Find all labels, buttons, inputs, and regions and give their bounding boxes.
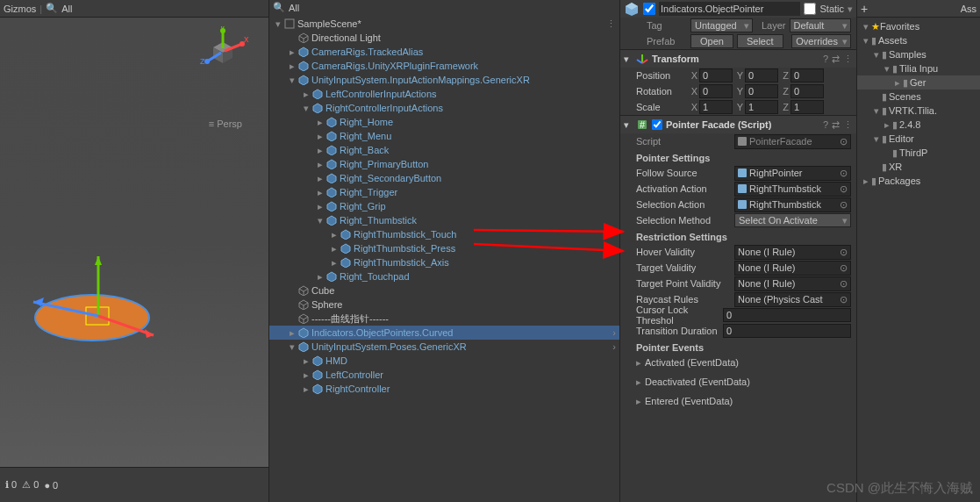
hierarchy-item[interactable]: ▸HMD xyxy=(269,354,619,368)
foldout-icon[interactable]: ▸ xyxy=(301,355,311,367)
hierarchy-item[interactable]: ▸RightThumbstick_Axis xyxy=(269,255,619,269)
foldout-icon[interactable]: ▸ xyxy=(315,145,325,156)
project-item[interactable]: ▾▮Samples xyxy=(857,47,980,61)
preset-icon[interactable]: ⇄ xyxy=(832,54,840,65)
transition-duration-field[interactable] xyxy=(723,324,851,338)
foldout-icon[interactable]: ▾ xyxy=(871,105,882,117)
project-item[interactable]: ▾▮Assets xyxy=(857,33,980,47)
picker-icon[interactable]: ⊙ xyxy=(840,199,848,211)
hierarchy-item[interactable]: ▾UnityInputSystem.Poses.GenericXR› xyxy=(269,340,619,354)
hierarchy-item[interactable]: ▾Right_Thumbstick xyxy=(269,213,619,227)
scl-z-field[interactable] xyxy=(790,100,824,114)
search-icon[interactable]: 🔍 xyxy=(273,2,285,13)
scene-canvas[interactable]: y x z ≡ Persp xyxy=(0,18,268,467)
search-icon[interactable]: 🔍 xyxy=(46,3,58,14)
raycast-rules-field[interactable]: None (Physics Cast⊙ xyxy=(734,292,851,307)
scl-x-field[interactable] xyxy=(699,100,733,114)
picker-icon[interactable]: ⊙ xyxy=(840,262,848,274)
hierarchy-item[interactable]: ▸Right_Back xyxy=(269,143,619,157)
hierarchy-item[interactable]: ▸LeftControllerInputActions xyxy=(269,87,619,101)
hierarchy-item[interactable]: ▸LeftController xyxy=(269,368,619,382)
foldout-icon[interactable]: ▾ xyxy=(882,63,892,75)
context-icon[interactable]: ⋮ xyxy=(606,18,616,30)
event-activated[interactable]: ▸Activated (EventData) xyxy=(620,355,856,370)
scene-view[interactable]: Gizmos | 🔍 All y x z ≡ Persp ℹ 0 ⚠ 0 ● 0 xyxy=(0,0,269,502)
hierarchy-item[interactable]: ▾UnityInputSystem.InputActionMappings.Ge… xyxy=(269,73,619,87)
project-item[interactable]: ▾▮VRTK.Tilia. xyxy=(857,104,980,118)
hierarchy-item[interactable]: ▸Right_Grip xyxy=(269,199,619,213)
menu-icon[interactable]: ⋮ xyxy=(843,119,853,131)
hierarchy-item[interactable]: ▸Right_Home xyxy=(269,115,619,129)
project-item[interactable]: ▮XR xyxy=(857,160,980,174)
foldout-icon[interactable]: ▾ xyxy=(871,133,882,145)
pos-x-field[interactable] xyxy=(699,68,733,82)
picker-icon[interactable]: ⊙ xyxy=(840,247,848,258)
overrides-dropdown[interactable]: Overrides xyxy=(791,34,851,48)
favorites-row[interactable]: ▾★ Favorites xyxy=(857,19,980,33)
tag-dropdown[interactable]: Untagged xyxy=(690,18,753,32)
open-prefab-icon[interactable]: › xyxy=(612,327,616,338)
follow-source-field[interactable]: RightPointer⊙ xyxy=(734,166,851,181)
hierarchy-item[interactable]: ▸Right_PrimaryButton xyxy=(269,157,619,171)
cursor-threshold-field[interactable] xyxy=(723,308,851,322)
selected-object-gizmo[interactable] xyxy=(18,256,175,344)
tab-label[interactable]: Ass xyxy=(961,4,976,14)
hierarchy-item[interactable]: ▾RightControllerInputActions xyxy=(269,101,619,115)
target-point-validity-field[interactable]: None (I Rule)⊙ xyxy=(734,276,851,291)
foldout-icon[interactable]: ▸ xyxy=(315,131,325,142)
rot-x-field[interactable] xyxy=(699,84,733,98)
foldout-icon[interactable]: ▸ xyxy=(287,327,297,339)
menu-icon[interactable]: ⋮ xyxy=(843,54,853,65)
activation-action-field[interactable]: RightThumbstick⊙ xyxy=(734,182,851,197)
foldout-icon[interactable]: ▸ xyxy=(301,89,311,100)
event-deactivated[interactable]: ▸Deactivated (EventData) xyxy=(620,374,856,390)
foldout-icon[interactable]: ▸ xyxy=(301,384,311,395)
foldout-icon[interactable]: ▸ xyxy=(315,117,325,128)
foldout-icon[interactable]: ▸ xyxy=(892,77,903,89)
orientation-gizmo[interactable]: y x z xyxy=(198,26,251,79)
foldout-icon[interactable]: ▸ xyxy=(329,257,340,269)
foldout-icon[interactable]: ▸ xyxy=(287,47,297,58)
rot-y-field[interactable] xyxy=(745,84,778,98)
foldout-icon[interactable]: ▸ xyxy=(329,229,340,240)
gizmos-dropdown[interactable]: Gizmos xyxy=(4,4,36,14)
object-name-field[interactable] xyxy=(659,2,800,16)
foldout-icon[interactable]: ▾ xyxy=(287,341,297,353)
help-icon[interactable]: ? xyxy=(823,119,828,130)
active-checkbox[interactable] xyxy=(643,3,655,15)
all-filter[interactable]: All xyxy=(61,4,72,14)
hierarchy-item[interactable]: ▸Right_SecondaryButton xyxy=(269,171,619,185)
open-prefab-icon[interactable]: › xyxy=(612,341,616,352)
foldout-icon[interactable]: ▸ xyxy=(882,119,892,131)
hierarchy-item[interactable]: Directional Light xyxy=(269,31,619,45)
foldout-icon[interactable]: ▸ xyxy=(315,173,325,184)
warn-icon[interactable]: ⚠ 0 xyxy=(22,479,39,491)
hierarchy-item[interactable]: ▸Right_Menu xyxy=(269,129,619,143)
project-item[interactable]: ▸▮2.4.8 xyxy=(857,118,980,132)
foldout-icon[interactable]: ▾ xyxy=(301,103,311,114)
hierarchy-item[interactable]: ▸RightController xyxy=(269,382,619,396)
all-filter[interactable]: All xyxy=(289,3,299,13)
static-checkbox[interactable] xyxy=(804,3,816,15)
preset-icon[interactable]: ⇄ xyxy=(832,119,840,131)
add-icon[interactable]: + xyxy=(861,2,868,16)
hierarchy-item[interactable]: ------曲线指针------ xyxy=(269,312,619,326)
hierarchy-item[interactable]: ▸CameraRigs.TrackedAlias xyxy=(269,45,619,59)
picker-icon[interactable]: ⊙ xyxy=(840,136,848,147)
event-entered[interactable]: ▸Entered (EventData) xyxy=(620,393,856,409)
foldout-icon[interactable]: ▸ xyxy=(287,61,297,72)
picker-icon[interactable]: ⊙ xyxy=(840,278,848,290)
foldout-icon[interactable]: ▸ xyxy=(315,271,325,283)
project-item[interactable]: ▾▮Tilia Inpu xyxy=(857,61,980,75)
project-item[interactable]: ▮Scenes xyxy=(857,90,980,104)
selection-method-dropdown[interactable]: Select On Activate xyxy=(734,213,851,227)
foldout-icon[interactable]: ▾ xyxy=(624,54,633,65)
hierarchy-item[interactable]: Cube xyxy=(269,283,619,298)
error-icon[interactable]: ● 0 xyxy=(44,480,58,491)
hierarchy-item[interactable]: ▸RightThumbstick_Touch xyxy=(269,227,619,241)
hierarchy-item[interactable]: ▸RightThumbstick_Press xyxy=(269,241,619,255)
picker-icon[interactable]: ⊙ xyxy=(840,294,848,305)
pos-y-field[interactable] xyxy=(745,68,778,82)
project-item[interactable]: ▾▮Editor xyxy=(857,132,980,146)
foldout-icon[interactable]: ▸ xyxy=(329,243,340,255)
